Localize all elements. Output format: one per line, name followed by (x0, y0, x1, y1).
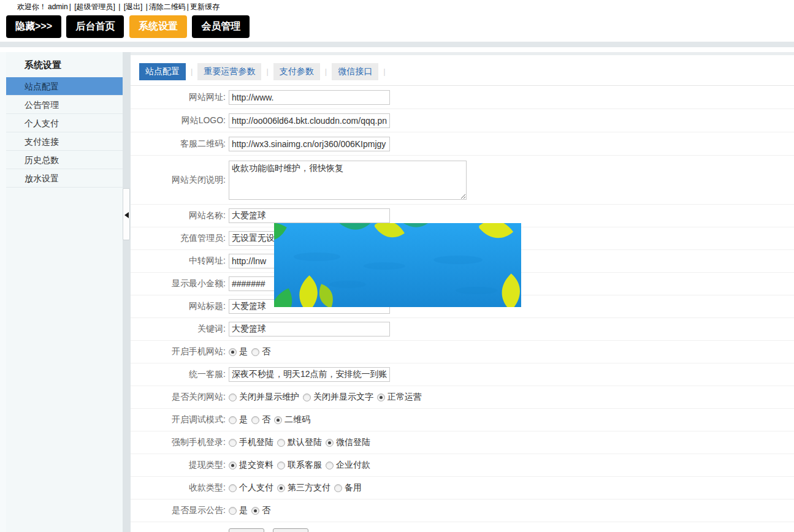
site-name-input[interactable] (229, 208, 390, 223)
sidebar-item-water-settings[interactable]: 放水设置 (6, 169, 123, 188)
radio-label[interactable]: 是 (239, 505, 248, 516)
tab-separator: | (266, 67, 268, 76)
sidebar-item-notice-management[interactable]: 公告管理 (6, 96, 123, 114)
mobile-site-yes-radio[interactable] (229, 348, 237, 356)
field-label: 是否关闭网站: (131, 392, 229, 403)
form-row: 客服二维码: (131, 132, 794, 156)
sidebar-item-personal-payment[interactable]: 个人支付 (6, 114, 123, 132)
nav-home-button[interactable]: 后台首页 (66, 15, 124, 38)
nav-hide-button[interactable]: 隐藏>>> (6, 15, 61, 38)
service-qrcode-input[interactable] (229, 137, 390, 151)
radio-label[interactable]: 是 (239, 346, 248, 357)
login-wechat-radio[interactable] (326, 439, 334, 447)
radio-label[interactable]: 默认登陆 (288, 437, 322, 448)
radio-label[interactable]: 是 (239, 414, 248, 425)
field-label: 网站标题: (131, 301, 229, 312)
separator: | (69, 2, 71, 11)
radio-label[interactable]: 手机登陆 (239, 437, 273, 448)
payment-thirdparty-radio[interactable] (277, 484, 285, 492)
field-label: 充值管理员: (131, 233, 229, 244)
field-label: 网站LOGO: (131, 115, 229, 126)
decorative-blue-image (274, 223, 521, 307)
sidebar-item-history-total[interactable]: 历史总数 (6, 151, 123, 169)
form-row: 强制手机登录: 手机登陆 默认登陆 微信登陆 (131, 431, 794, 454)
notice-no-radio[interactable] (251, 507, 259, 515)
site-logo-input[interactable] (229, 113, 390, 128)
reset-button[interactable]: 重置 (273, 528, 308, 532)
logout-link[interactable]: [退出] (124, 2, 143, 11)
form-actions: 保存 重置 (131, 522, 794, 532)
field-label: 显示最小金额: (131, 278, 229, 289)
form-row: 网站关闭说明: 收款功能临时维护，很快恢复 (131, 156, 794, 205)
login-default-radio[interactable] (277, 439, 285, 447)
tab-separator: | (325, 67, 327, 76)
payment-backup-radio[interactable] (334, 484, 342, 492)
save-button[interactable]: 保存 (229, 528, 264, 532)
form-row: 统一客服: (131, 363, 794, 386)
radio-label[interactable]: 否 (262, 346, 270, 357)
tab-separator: | (383, 67, 385, 76)
field-label: 网站名称: (131, 210, 229, 221)
site-url-input[interactable] (229, 90, 390, 105)
tab-site-config[interactable]: 站点配置 (139, 63, 186, 80)
field-label: 提现类型: (131, 460, 229, 471)
tab-bar: 站点配置|重要运营参数|支付参数|微信接口| (131, 55, 794, 86)
form-row: 开启调试模式: 是 否 二维码 (131, 409, 794, 431)
unified-service-input[interactable] (229, 367, 390, 382)
radio-label[interactable]: 提交资料 (239, 460, 273, 471)
radio-label[interactable]: 关闭并显示维护 (239, 392, 299, 403)
site-close-note-textarea[interactable]: 收款功能临时维护，很快恢复 (229, 161, 467, 200)
form-row: 是否关闭网站: 关闭并显示维护 关闭并显示文字 正常运营 (131, 386, 794, 409)
top-divider (0, 42, 794, 47)
withdraw-submit-radio[interactable] (229, 462, 237, 469)
nav-member-management-button[interactable]: 会员管理 (192, 15, 250, 38)
close-site-text-radio[interactable] (303, 393, 311, 401)
sidebar: 系统设置 站点配置 公告管理 个人支付 支付连接 历史总数 放水设置 (6, 52, 123, 532)
separator: | (187, 2, 189, 11)
radio-label[interactable]: 企业付款 (336, 460, 370, 471)
field-label: 中转网址: (131, 256, 229, 267)
radio-label[interactable]: 正常运营 (387, 392, 422, 403)
form-row: 网站LOGO: (131, 109, 794, 132)
mobile-site-no-radio[interactable] (251, 348, 259, 356)
sidebar-item-payment-link[interactable]: 支付连接 (6, 132, 123, 151)
sidebar-item-site-config[interactable]: 站点配置 (6, 77, 123, 96)
notice-yes-radio[interactable] (229, 507, 237, 515)
withdraw-enterprise-radio[interactable] (326, 462, 334, 469)
field-label: 网站关闭说明: (131, 175, 229, 186)
field-label: 关键词: (131, 324, 229, 335)
radio-label[interactable]: 联系客服 (288, 460, 322, 471)
field-label: 强制手机登录: (131, 437, 229, 448)
clear-qrcode-link[interactable]: 清除二维码 (149, 2, 186, 11)
radio-label[interactable]: 二维码 (284, 414, 310, 425)
radio-label[interactable]: 关闭并显示文字 (313, 392, 373, 403)
field-label: 收款类型: (131, 482, 229, 493)
tab-wechat-api[interactable]: 微信接口 (332, 63, 378, 80)
radio-label[interactable]: 否 (262, 505, 270, 516)
login-mobile-radio[interactable] (229, 439, 237, 447)
payment-personal-radio[interactable] (229, 484, 237, 492)
close-site-maintenance-radio[interactable] (229, 393, 237, 401)
debug-qrcode-radio[interactable] (274, 416, 282, 424)
field-label: 网站网址: (131, 92, 229, 103)
field-label: 是否显示公告: (131, 505, 229, 516)
debug-no-radio[interactable] (251, 416, 259, 424)
keywords-input[interactable] (229, 322, 390, 336)
radio-label[interactable]: 微信登陆 (336, 437, 370, 448)
withdraw-contact-radio[interactable] (277, 462, 285, 469)
role-badge: [超级管理员] (74, 2, 115, 11)
update-cache-link[interactable]: 更新缓存 (190, 2, 219, 11)
radio-label[interactable]: 第三方支付 (288, 482, 330, 493)
tab-payment-params[interactable]: 支付参数 (273, 63, 320, 80)
tab-operation-params[interactable]: 重要运营参数 (197, 63, 261, 80)
field-label: 统一客服: (131, 369, 229, 380)
nav-system-settings-button[interactable]: 系统设置 (129, 15, 187, 38)
sidebar-collapse-handle[interactable] (123, 188, 130, 240)
radio-label[interactable]: 否 (262, 414, 270, 425)
field-label: 开启调试模式: (131, 414, 229, 425)
close-site-normal-radio[interactable] (377, 393, 385, 401)
tab-separator: | (191, 67, 193, 76)
debug-yes-radio[interactable] (229, 416, 237, 424)
radio-label[interactable]: 备用 (345, 482, 362, 493)
radio-label[interactable]: 个人支付 (239, 482, 273, 493)
